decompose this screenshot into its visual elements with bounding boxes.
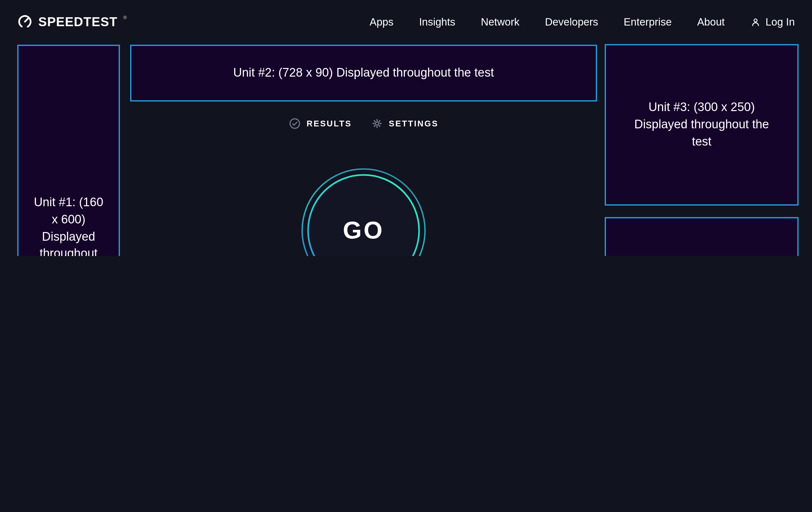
tab-results[interactable]: RESULTS: [289, 117, 352, 130]
header: SPEEDTEST ® Apps Insights Network Develo…: [0, 0, 812, 44]
ad-unit-2-text: Unit #2: (728 x 90) Displayed throughout…: [233, 64, 494, 82]
user-icon: [750, 16, 761, 27]
nav-item-insights[interactable]: Insights: [419, 16, 456, 28]
ad-unit-1[interactable]: Unit #1: (160 x 600) Displayed throughou…: [17, 45, 120, 256]
ad-unit-2[interactable]: Unit #2: (728 x 90) Displayed throughout…: [130, 45, 597, 102]
tab-results-label: RESULTS: [307, 119, 352, 128]
logo-text: SPEEDTEST: [38, 15, 118, 29]
nav-item-network[interactable]: Network: [481, 16, 520, 28]
ad-unit-3-text: Unit #3: (300 x 250) Displayed throughou…: [625, 99, 778, 151]
logo-trademark: ®: [123, 15, 126, 20]
gauge-icon: [17, 14, 32, 29]
go-button[interactable]: GO: [301, 168, 427, 256]
speedtest-app: SPEEDTEST ® Apps Insights Network Develo…: [0, 0, 812, 256]
ad-unit-1-text: Unit #1: (160 x 600) Displayed throughou…: [34, 194, 103, 256]
login-button[interactable]: Log In: [750, 16, 795, 28]
nav-item-about[interactable]: About: [697, 16, 725, 28]
gear-icon: [371, 117, 383, 130]
speedtest-logo[interactable]: SPEEDTEST ®: [17, 14, 126, 29]
tab-settings-label: SETTINGS: [389, 119, 438, 128]
ad-unit-4[interactable]: Unit #4: (300 x 250) Displayed throughou…: [605, 217, 799, 256]
check-circle-icon: [289, 117, 301, 130]
tab-settings[interactable]: SETTINGS: [371, 117, 438, 130]
nav-item-enterprise[interactable]: Enterprise: [624, 16, 672, 28]
main-nav: Apps Insights Network Developers Enterpr…: [370, 16, 795, 28]
nav-item-apps[interactable]: Apps: [370, 16, 394, 28]
go-button-label: GO: [301, 168, 427, 256]
nav-item-developers[interactable]: Developers: [545, 16, 598, 28]
ad-unit-3[interactable]: Unit #3: (300 x 250) Displayed throughou…: [605, 44, 799, 206]
view-tabs: RESULTS SETTINGS: [289, 117, 438, 130]
login-label: Log In: [765, 16, 795, 28]
